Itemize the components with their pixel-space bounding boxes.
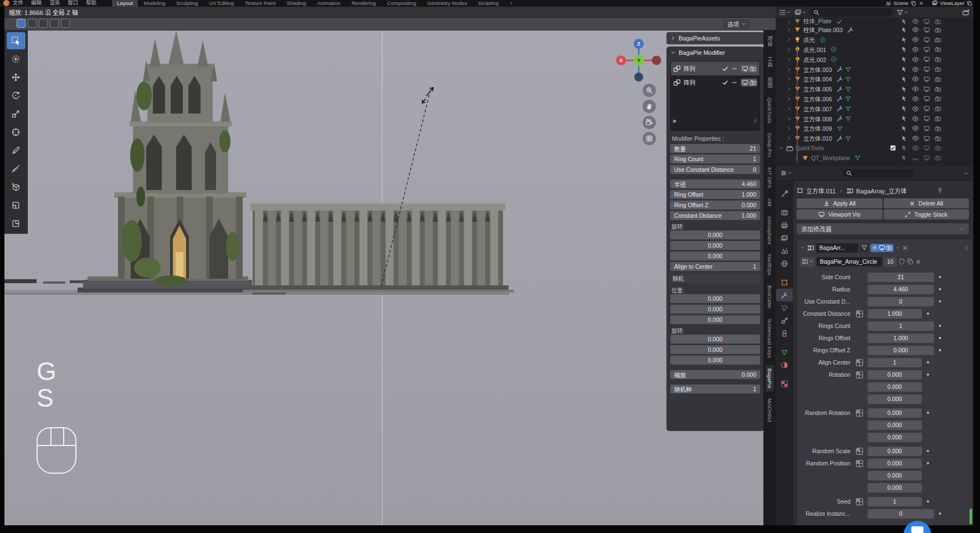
- sidebar-tab-Group Pro[interactable]: Group Pro: [766, 130, 774, 161]
- value-field[interactable]: 0.000: [868, 421, 922, 430]
- sidebar-tab-Screencast Keys[interactable]: Screencast Keys: [766, 315, 774, 361]
- nodes-icon[interactable]: [837, 125, 843, 132]
- visibility-icon[interactable]: [912, 75, 919, 83]
- visibility-icon[interactable]: [912, 125, 919, 132]
- check-icon[interactable]: [722, 65, 728, 72]
- outliner-row[interactable]: 点光.001: [776, 45, 973, 55]
- sidebar-tab-工具[interactable]: 工具: [764, 53, 774, 70]
- selectable-icon[interactable]: [901, 95, 907, 102]
- panel-field[interactable]: 数量21: [670, 144, 760, 153]
- check-icon[interactable]: [722, 79, 728, 86]
- attribute-input-icon[interactable]: [855, 371, 864, 379]
- options-dropdown[interactable]: 选项: [724, 19, 750, 29]
- chevron-right-icon[interactable]: [787, 20, 792, 25]
- wrench-icon[interactable]: [847, 27, 854, 33]
- modifier-list-item[interactable]: 阵列: [671, 62, 760, 75]
- wrench-icon[interactable]: [837, 76, 843, 83]
- decorator-dot[interactable]: [939, 276, 941, 278]
- menu-渲染[interactable]: 渲染: [49, 0, 60, 6]
- nodes-icon[interactable]: [845, 95, 851, 102]
- viewport-display-icon[interactable]: [923, 125, 930, 132]
- chevron-down-icon[interactable]: [800, 245, 805, 250]
- panel-field[interactable]: Ring Count1: [670, 155, 760, 163]
- edit-display-toggle-icon[interactable]: [871, 244, 878, 251]
- apply-all-button[interactable]: Apply All: [797, 198, 882, 208]
- decorator-dot[interactable]: [927, 450, 929, 452]
- chevron-right-icon[interactable]: [787, 126, 792, 131]
- chevron-down-icon[interactable]: [963, 171, 969, 176]
- navigation-gizmo[interactable]: Z X Y: [615, 36, 662, 83]
- properties-tab-output[interactable]: [776, 219, 793, 232]
- sidebar-tab-BoxCutter[interactable]: BoxCutter: [766, 282, 774, 312]
- wrench-icon[interactable]: [837, 66, 843, 73]
- copy-icon[interactable]: [907, 258, 914, 265]
- properties-tab-data[interactable]: [776, 346, 793, 358]
- chevron-right-icon[interactable]: [787, 136, 792, 141]
- decorator-dot[interactable]: [939, 512, 941, 515]
- value-field[interactable]: 1.000: [868, 334, 934, 343]
- menu-编辑[interactable]: 编辑: [31, 0, 42, 6]
- lightdata-icon[interactable]: [830, 46, 837, 53]
- workspace-tab[interactable]: Animation: [312, 0, 345, 7]
- visibility-icon[interactable]: [912, 145, 919, 152]
- menu-帮助[interactable]: 帮助: [86, 0, 96, 6]
- outliner-row[interactable]: 柱体_Plate: [776, 18, 973, 25]
- panel-value-field[interactable]: 0.000: [670, 241, 760, 250]
- node-group-selector[interactable]: [800, 257, 815, 266]
- render-display-icon[interactable]: [935, 66, 941, 73]
- close-icon[interactable]: [902, 245, 908, 251]
- value-field[interactable]: 0.000: [868, 370, 922, 380]
- modifier-name-field[interactable]: BagaArr...: [816, 243, 858, 253]
- t-select-button[interactable]: [7, 32, 25, 49]
- selectable-icon[interactable]: [901, 27, 907, 33]
- outliner-row[interactable]: 立方体.010: [776, 134, 973, 144]
- value-field[interactable]: 0.000: [868, 471, 922, 480]
- outliner-row[interactable]: 立方体.005: [776, 84, 973, 94]
- panel-field[interactable]: Use Constant Distance0: [670, 165, 760, 174]
- decorator-dot[interactable]: [939, 300, 941, 303]
- outliner-row[interactable]: 点光: [776, 35, 973, 45]
- viewport-display-icon[interactable]: [923, 155, 930, 161]
- value-field[interactable]: 0.000: [868, 394, 922, 404]
- viewport-display-icon[interactable]: [923, 27, 930, 33]
- wrench-icon[interactable]: [837, 95, 843, 102]
- check-icon[interactable]: [836, 18, 843, 25]
- t-rotate-button[interactable]: [7, 87, 25, 104]
- viewport-display-icon[interactable]: [923, 95, 930, 102]
- visibility-icon[interactable]: [912, 85, 919, 93]
- select-set-icon[interactable]: [17, 19, 25, 28]
- panel-field[interactable]: Align to Center1: [670, 262, 760, 271]
- delete-all-button[interactable]: Delete All: [884, 198, 969, 208]
- nodes-icon[interactable]: [845, 115, 851, 122]
- value-field[interactable]: 21: [868, 273, 934, 282]
- visibility-icon[interactable]: [912, 135, 919, 142]
- t-transform-button[interactable]: [7, 124, 25, 141]
- workspace-tab[interactable]: Compositing: [382, 0, 422, 7]
- select-intersect-icon[interactable]: [61, 19, 70, 28]
- render-display-icon[interactable]: [935, 76, 941, 83]
- selectable-icon[interactable]: [901, 105, 907, 112]
- properties-search-input[interactable]: [843, 169, 914, 177]
- render-display-icon[interactable]: [935, 46, 941, 53]
- visibility-icon[interactable]: [912, 46, 919, 53]
- wrench-icon[interactable]: [837, 105, 843, 112]
- selectable-icon[interactable]: [901, 37, 907, 43]
- panel-value-field[interactable]: 0.000: [670, 305, 760, 314]
- value-field[interactable]: 0: [868, 297, 934, 306]
- sidebar-tab-QuickTools[interactable]: QuickTools: [766, 94, 774, 126]
- zoom-button[interactable]: [643, 84, 656, 97]
- visibility-icon[interactable]: [912, 115, 919, 122]
- nodes-icon[interactable]: [845, 135, 851, 142]
- viewport-display-icon[interactable]: [923, 66, 930, 73]
- nodes-icon[interactable]: [845, 86, 851, 93]
- attribute-input-icon[interactable]: [855, 409, 864, 417]
- viewport-display-icon[interactable]: [923, 76, 930, 83]
- select-invert-icon[interactable]: [50, 19, 59, 28]
- modifier-list-item[interactable]: 阵列: [671, 75, 760, 89]
- grip-icon[interactable]: [752, 117, 758, 124]
- properties-tab-modifiers[interactable]: [776, 289, 793, 301]
- bagapie-modifier-panel-header[interactable]: BagaPie Modifier: [666, 47, 764, 59]
- add-modifier-dropdown[interactable]: 添加修改器: [797, 223, 969, 234]
- selectable-icon[interactable]: [901, 56, 907, 63]
- chevron-right-icon[interactable]: [787, 67, 792, 72]
